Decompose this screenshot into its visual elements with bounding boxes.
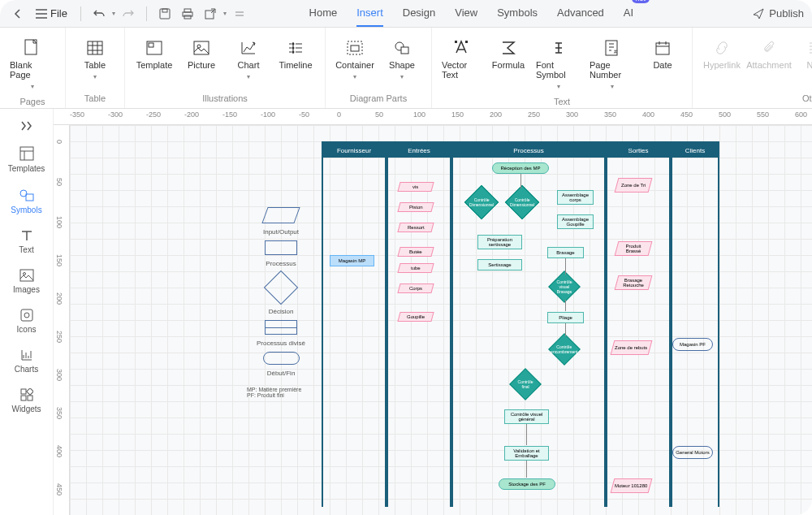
node-ctrlvg[interactable]: Contrôle visuel général	[504, 409, 549, 424]
group-others: Others	[701, 90, 812, 105]
node-zonetri[interactable]: Zone de Tri	[615, 178, 653, 193]
palette-decision[interactable]	[264, 270, 298, 305]
tab-symbols[interactable]: Symbols	[497, 0, 538, 27]
side-charts[interactable]: Charts	[0, 342, 53, 380]
tab-insert[interactable]: Insert	[356, 0, 383, 27]
node-ressort[interactable]: Ressort	[397, 223, 434, 232]
menu-tabs: Home Insert Design View Symbols Advanced…	[309, 0, 634, 27]
palette-split[interactable]	[265, 320, 297, 335]
node-assg[interactable]: Assemblage Goupille	[557, 214, 594, 229]
svg-point-30	[24, 313, 29, 318]
print-icon[interactable]	[178, 4, 197, 24]
font-symbol-button[interactable]: Font Symbol▾	[534, 36, 583, 93]
svg-rect-27	[20, 270, 33, 281]
node-zonerebut[interactable]: Zone de rebuts	[611, 340, 653, 355]
node-reception[interactable]: Réception des MP	[492, 162, 549, 174]
palette-io[interactable]	[261, 207, 300, 223]
svg-rect-2	[184, 9, 191, 12]
redo-icon[interactable]	[119, 4, 138, 24]
ruler-horizontal: -350-300-250-200-150-100-500501001502002…	[54, 109, 812, 125]
svg-rect-19	[455, 41, 457, 43]
node-magpf[interactable]: Magasin PF	[672, 338, 713, 351]
node-piston[interactable]: Piston	[397, 202, 434, 212]
svg-rect-16	[351, 45, 359, 51]
side-symbols[interactable]: Symbols	[0, 181, 53, 221]
node-butee[interactable]: Butée	[397, 247, 434, 257]
node-sert[interactable]: Sertissage	[477, 259, 522, 270]
side-panel: Templates Symbols Text Images Icons Char…	[0, 109, 54, 515]
svg-rect-31	[21, 389, 26, 394]
attachment-button[interactable]: Attachment	[748, 36, 790, 73]
node-pliage[interactable]: Pliage	[547, 312, 584, 323]
date-button[interactable]: Date	[641, 36, 684, 73]
shape-button[interactable]: Shape▾	[381, 36, 423, 84]
node-pbrasse[interactable]: Produit Brassé	[615, 241, 653, 256]
swimlane-diagram[interactable]: Fournisseur Entrées Processus Sorties Cl…	[322, 133, 719, 507]
node-brasage[interactable]: Brasage	[547, 247, 584, 258]
svg-point-11	[197, 45, 201, 48]
more-icon[interactable]	[230, 4, 249, 24]
svg-rect-23	[656, 43, 669, 54]
node-prep[interactable]: Préparation sertissage	[477, 235, 522, 249]
back-icon[interactable]	[8, 4, 28, 24]
export-icon[interactable]	[201, 4, 220, 24]
lane-entrees[interactable]: Entrées	[387, 143, 451, 507]
node-goupille[interactable]: Goupille	[397, 312, 434, 322]
node-magasin-mp[interactable]: Magasin MP	[330, 255, 374, 266]
page-number-button[interactable]: #Page Number▾	[588, 36, 637, 93]
shape-palette: Input/Output Processus Décision Processu…	[240, 170, 322, 515]
svg-rect-29	[21, 309, 32, 321]
palette-process[interactable]	[265, 240, 297, 255]
lane-sorties[interactable]: Sorties	[606, 143, 671, 507]
timeline-button[interactable]: Timeline	[274, 36, 317, 73]
undo-icon[interactable]	[89, 4, 109, 24]
svg-point-13	[292, 47, 295, 50]
node-corps[interactable]: Corps	[397, 283, 434, 293]
svg-rect-1	[162, 9, 167, 12]
svg-rect-24	[20, 147, 33, 160]
blank-page-button[interactable]: Blank Page▾	[8, 36, 57, 93]
node-vis[interactable]: vis	[397, 182, 434, 192]
side-templates[interactable]: Templates	[0, 140, 53, 180]
save-icon[interactable]	[155, 4, 175, 24]
side-images[interactable]: Images	[0, 262, 53, 301]
vector-text-button[interactable]: Vector Text	[440, 36, 482, 83]
canvas[interactable]: Input/Output Processus Décision Processu…	[70, 125, 812, 515]
node-bretouche[interactable]: Brasage Retouche	[615, 275, 653, 290]
group-table: Table	[74, 90, 116, 105]
lane-fournisseur[interactable]: Fournisseur	[322, 143, 387, 507]
container-button[interactable]: Container▾	[334, 36, 376, 84]
node-valid[interactable]: Validation et Emballage	[504, 446, 549, 461]
publish-button[interactable]: Publish	[753, 7, 804, 19]
node-tube[interactable]: tube	[397, 263, 434, 273]
tab-ai[interactable]: AIhot	[624, 0, 633, 27]
side-icons[interactable]: Icons	[0, 302, 53, 340]
side-widgets[interactable]: Widgets	[0, 382, 53, 420]
node-moteur[interactable]: Moteur 101280	[611, 478, 653, 493]
chart-button[interactable]: Chart▾	[227, 36, 270, 84]
file-menu[interactable]: File	[31, 4, 72, 23]
svg-point-14	[292, 51, 295, 54]
node-stock[interactable]: Stockage des PF	[499, 478, 555, 490]
template-button[interactable]: Template	[133, 36, 175, 73]
palette-terminal[interactable]	[263, 352, 300, 365]
side-text[interactable]: Text	[0, 223, 53, 261]
side-collapse[interactable]	[0, 114, 53, 138]
note-button[interactable]: Note	[795, 36, 812, 73]
hyperlink-button[interactable]: Hyperlink	[701, 36, 743, 73]
tab-view[interactable]: View	[455, 0, 477, 27]
hot-badge: hot	[632, 0, 650, 3]
table-button[interactable]: Table▾	[74, 36, 116, 84]
tab-advanced[interactable]: Advanced	[557, 0, 604, 27]
tab-design[interactable]: Design	[403, 0, 435, 27]
node-assc[interactable]: Assemblage corps	[557, 190, 594, 205]
svg-point-12	[292, 43, 295, 45]
svg-rect-0	[160, 9, 170, 19]
svg-rect-34	[28, 396, 32, 400]
node-gm[interactable]: General Motors	[672, 446, 713, 459]
group-text: Text	[440, 93, 684, 108]
tab-home[interactable]: Home	[309, 0, 338, 27]
formula-button[interactable]: Formula	[487, 36, 529, 73]
svg-rect-26	[26, 194, 33, 201]
picture-button[interactable]: Picture	[180, 36, 222, 73]
